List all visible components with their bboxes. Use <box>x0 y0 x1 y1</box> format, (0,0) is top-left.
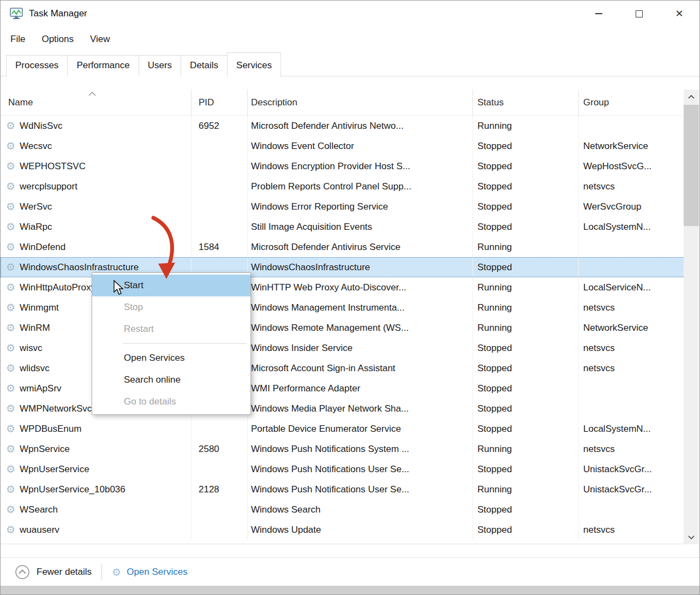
service-row[interactable]: ⚙WPDBusEnumPortable Device Enumerator Se… <box>1 419 685 439</box>
cell-status: Stopped <box>473 156 579 176</box>
cell-group <box>579 378 684 398</box>
cell-group: netsvcs <box>579 520 684 540</box>
scrollbar-thumb[interactable] <box>684 105 699 226</box>
cell-group <box>579 398 684 419</box>
service-name: wuauserv <box>20 525 59 536</box>
cell-name: ⚙WerSvc <box>1 197 192 217</box>
cell-status: Stopped <box>473 358 579 378</box>
cell-description: Windows Update <box>248 520 473 540</box>
cell-description: Problem Reports Control Panel Supp... <box>248 176 473 197</box>
cell-description: Microsoft Defender Antivirus Netwo... <box>248 116 473 136</box>
cell-name: ⚙WinDefend <box>1 237 192 257</box>
cell-name: ⚙WPDBusEnum <box>1 419 192 439</box>
menu-item-options[interactable]: Options <box>41 34 74 45</box>
cell-group: NetworkService <box>579 318 684 338</box>
cell-description: Windows Push Notifications User Se... <box>248 479 473 499</box>
service-gear-icon: ⚙ <box>6 363 15 373</box>
cell-status: Stopped <box>473 419 579 439</box>
service-gear-icon: ⚙ <box>6 484 15 495</box>
service-name: WPDBusEnum <box>20 424 81 435</box>
cell-description: Portable Device Enumerator Service <box>248 419 473 439</box>
tab-services[interactable]: Services <box>227 52 281 77</box>
service-row[interactable]: ⚙wercplsupportProblem Reports Control Pa… <box>1 176 685 197</box>
maximize-button[interactable] <box>619 1 659 27</box>
service-name: wlidsvc <box>20 363 50 374</box>
service-row[interactable]: ⚙WerSvcWindows Error Reporting ServiceSt… <box>1 197 685 217</box>
service-name: WiaRpc <box>20 222 52 233</box>
vertical-scrollbar[interactable] <box>684 90 699 544</box>
service-gear-icon: ⚙ <box>6 201 15 212</box>
service-name: wmiApSrv <box>20 383 62 394</box>
tab-performance[interactable]: Performance <box>67 55 139 76</box>
menu-item-view[interactable]: View <box>90 34 110 45</box>
window-controls: ✕ <box>578 1 699 27</box>
scroll-up-button[interactable] <box>684 90 699 104</box>
context-menu-item-start[interactable]: Start <box>92 275 250 296</box>
service-name: Winmgmt <box>20 302 59 313</box>
cell-name: ⚙Wecsvc <box>1 136 192 156</box>
service-row[interactable]: ⚙WdNisSvc6952Microsoft Defender Antiviru… <box>1 116 685 136</box>
open-services-link[interactable]: ⚙ Open Services <box>112 567 188 578</box>
service-gear-icon: ⚙ <box>6 121 15 131</box>
service-row[interactable]: ⚙WpnService2580Windows Push Notification… <box>1 439 685 459</box>
cell-pid: 2128 <box>192 479 248 499</box>
close-button[interactable]: ✕ <box>659 1 699 27</box>
service-gear-icon: ⚙ <box>6 444 15 454</box>
cell-status: Stopped <box>473 398 579 419</box>
cell-name: ⚙wercplsupport <box>1 176 192 197</box>
cell-description: Windows Media Player Network Sha... <box>248 398 473 419</box>
fewer-details-button[interactable]: Fewer details <box>15 564 92 580</box>
service-row[interactable]: ⚙WpnUserServiceWindows Push Notification… <box>1 459 685 479</box>
context-menu-item-search-online[interactable]: Search online <box>92 369 250 391</box>
service-name: WpnUserService_10b036 <box>20 484 125 495</box>
service-name: WpnUserService <box>20 464 89 475</box>
scroll-down-button[interactable] <box>684 530 699 544</box>
cell-description: Windows Insider Service <box>248 338 473 358</box>
minimize-button[interactable] <box>578 1 619 27</box>
menu-item-file[interactable]: File <box>10 34 25 45</box>
cell-status: Stopped <box>473 520 579 540</box>
service-row[interactable]: ⚙wuauservWindows UpdateStoppednetsvcs <box>1 520 685 540</box>
menu-separator <box>123 343 246 344</box>
service-name: WpnService <box>20 444 70 455</box>
cell-description: WMI Performance Adapter <box>248 378 473 398</box>
window-title: Task Manager <box>29 8 87 19</box>
column-header-name[interactable]: Name <box>1 90 192 115</box>
service-row[interactable]: ⚙WinDefend1584Microsoft Defender Antivir… <box>1 237 685 257</box>
cell-description: Windows Remote Management (WS... <box>248 318 473 338</box>
tab-details[interactable]: Details <box>181 55 228 76</box>
tab-users[interactable]: Users <box>139 55 181 76</box>
column-header-group[interactable]: Group <box>579 90 684 115</box>
column-header-description[interactable]: Description <box>248 90 473 115</box>
service-row[interactable]: ⚙WpnUserService_10b0362128Windows Push N… <box>1 479 685 499</box>
service-row[interactable]: ⚙WEPHOSTSVCWindows Encryption Provider H… <box>1 156 685 176</box>
service-row[interactable]: ⚙WecsvcWindows Event CollectorStoppedNet… <box>1 136 685 156</box>
cell-name: ⚙WpnService <box>1 439 192 459</box>
titlebar: Task Manager ✕ <box>1 1 699 27</box>
column-header-status[interactable]: Status <box>473 90 579 115</box>
cell-status: Stopped <box>473 499 579 520</box>
chevron-up-circle-icon <box>15 564 30 580</box>
cell-description: Windows Push Notifications User Se... <box>248 459 473 479</box>
service-gear-icon: ⚙ <box>6 161 15 171</box>
service-gear-icon: ⚙ <box>6 181 15 192</box>
tab-processes[interactable]: Processes <box>6 55 68 76</box>
services-table-header: Name PID Description Status Group <box>1 90 685 116</box>
context-menu-item-open-services[interactable]: Open Services <box>92 347 250 369</box>
column-header-pid[interactable]: PID <box>192 90 248 115</box>
service-name: WSearch <box>20 504 58 515</box>
cell-description: Windows Encryption Provider Host S... <box>248 156 473 176</box>
cell-group <box>579 499 684 520</box>
cell-status: Running <box>473 237 579 257</box>
cell-pid: 2580 <box>192 439 248 459</box>
task-manager-icon <box>9 7 23 21</box>
service-name: WinRM <box>20 323 50 334</box>
cell-group: UnistackSvcGr... <box>579 479 684 499</box>
cell-group: netsvcs <box>579 176 684 197</box>
service-row[interactable]: ⚙WSearchWindows SearchStopped <box>1 499 685 520</box>
cell-status: Running <box>473 297 579 318</box>
service-row[interactable]: ⚙WiaRpcStill Image Acquisition EventsSto… <box>1 217 685 237</box>
cell-group: LocalServiceN... <box>579 277 684 297</box>
service-name: WdNisSvc <box>20 121 62 132</box>
cell-status: Running <box>473 479 579 499</box>
